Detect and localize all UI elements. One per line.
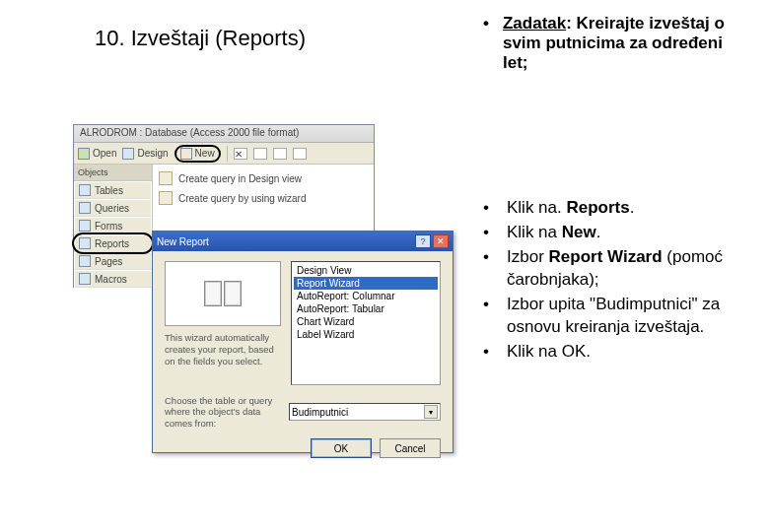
design-icon bbox=[122, 148, 134, 160]
open-label: Open bbox=[93, 148, 116, 159]
wizard-icon bbox=[159, 191, 173, 205]
bullet-dot: • bbox=[483, 246, 495, 292]
sidebar-item-pages[interactable]: Pages bbox=[74, 252, 152, 270]
wizard-description: This wizard automatically creates your r… bbox=[165, 332, 281, 367]
help-icon[interactable]: ? bbox=[415, 234, 431, 248]
wizard-icon bbox=[159, 171, 173, 185]
report-type-listbox[interactable]: Design ViewReport WizardAutoReport: Colu… bbox=[291, 261, 441, 385]
bullet-dot: • bbox=[483, 341, 495, 364]
step-text: Klik na OK. bbox=[507, 341, 759, 364]
chevron-down-icon[interactable]: ▾ bbox=[424, 405, 438, 419]
main-item-label: Create query by using wizard bbox=[178, 193, 307, 204]
report-type-option[interactable]: Report Wizard bbox=[294, 277, 438, 290]
report-type-option[interactable]: Chart Wizard bbox=[294, 315, 438, 328]
sidebar-item-label: Pages bbox=[95, 256, 122, 267]
report-type-option[interactable]: AutoReport: Columnar bbox=[294, 290, 438, 302]
cancel-button[interactable]: Cancel bbox=[380, 438, 441, 458]
close-icon[interactable]: ✕ bbox=[433, 234, 449, 248]
step-text: Izbor upita "Budimputnici" za osnovu kre… bbox=[507, 294, 759, 339]
ok-button[interactable]: OK bbox=[311, 438, 372, 458]
sidebar-item-label: Queries bbox=[95, 203, 129, 214]
dialog-title: New Report bbox=[157, 236, 209, 247]
objects-heading: Objects bbox=[74, 165, 152, 181]
step-item: •Klik na OK. bbox=[483, 341, 759, 364]
main-item-label: Create query in Design view bbox=[178, 173, 302, 184]
reports-icon bbox=[79, 237, 91, 249]
pages-icon bbox=[79, 255, 91, 267]
db-window-titlebar: ALRODROM : Database (Access 2000 file fo… bbox=[74, 125, 374, 143]
bullet-dot: • bbox=[483, 14, 489, 73]
slide-title: 10. Izveštaji (Reports) bbox=[95, 26, 306, 51]
bullet-dot: • bbox=[483, 197, 495, 220]
page-preview bbox=[224, 281, 242, 306]
report-type-option[interactable]: AutoReport: Tabular bbox=[294, 302, 438, 315]
source-combobox[interactable]: Budimputnici ▾ bbox=[289, 403, 441, 421]
queries-icon bbox=[79, 202, 91, 214]
new-report-dialog: New Report ? ✕ This wizard automatically… bbox=[152, 231, 454, 453]
bullet-dot: • bbox=[483, 294, 495, 339]
task-text: Zadatak: Kreirajte izveštaj o svim putni… bbox=[503, 14, 749, 73]
sidebar-item-label: Macros bbox=[95, 274, 127, 285]
objects-sidebar: Objects TablesQueriesFormsReportsPagesMa… bbox=[74, 165, 153, 287]
step-text: Klik na New. bbox=[507, 222, 759, 244]
steps-list: •Klik na. Reports.•Klik na New.•Izbor Re… bbox=[483, 197, 759, 366]
step-text: Izbor Report Wizard (pomoć čarobnjaka); bbox=[507, 246, 759, 292]
report-type-option[interactable]: Design View bbox=[294, 264, 438, 277]
step-text: Klik na. Reports. bbox=[507, 197, 759, 220]
sidebar-item-tables[interactable]: Tables bbox=[74, 181, 152, 199]
sidebar-item-label: Reports bbox=[95, 238, 129, 249]
task-label: Zadatak bbox=[503, 14, 566, 33]
create-design-view-item[interactable]: Create query in Design view bbox=[157, 168, 370, 188]
new-label: New bbox=[195, 147, 215, 161]
page-preview bbox=[204, 281, 222, 306]
sidebar-item-queries[interactable]: Queries bbox=[74, 199, 152, 217]
bullet-dot: • bbox=[483, 222, 495, 244]
sidebar-item-forms[interactable]: Forms bbox=[74, 217, 152, 234]
tables-icon bbox=[79, 184, 91, 196]
combo-value: Budimputnici bbox=[292, 407, 348, 418]
sidebar-item-label: Forms bbox=[95, 221, 122, 232]
source-label: Choose the table or query where the obje… bbox=[165, 395, 281, 429]
open-button[interactable]: Open bbox=[78, 148, 116, 160]
sidebar-item-label: Tables bbox=[95, 185, 123, 196]
step-item: •Izbor Report Wizard (pomoć čarobnjaka); bbox=[483, 246, 759, 292]
dialog-titlebar: New Report ? ✕ bbox=[153, 232, 453, 251]
delete-icon[interactable]: ✕ bbox=[234, 148, 247, 160]
toolbar-separator bbox=[227, 146, 228, 162]
db-toolbar: Open Design New ✕ bbox=[74, 143, 374, 165]
list-view-icon[interactable] bbox=[273, 148, 287, 160]
sidebar-item-macros[interactable]: Macros bbox=[74, 270, 152, 288]
step-item: •Izbor upita "Budimputnici" za osnovu kr… bbox=[483, 294, 759, 339]
preview-box bbox=[165, 261, 281, 326]
new-icon bbox=[180, 148, 192, 160]
sidebar-item-reports[interactable]: Reports bbox=[74, 234, 152, 252]
task-block: • Zadatak: Kreirajte izveštaj o svim put… bbox=[483, 14, 749, 73]
report-type-option[interactable]: Label Wizard bbox=[294, 328, 438, 341]
step-item: •Klik na. Reports. bbox=[483, 197, 759, 220]
design-label: Design bbox=[137, 148, 168, 159]
icons-view-icon[interactable] bbox=[253, 148, 267, 160]
macros-icon bbox=[79, 273, 91, 285]
open-icon bbox=[78, 148, 90, 160]
forms-icon bbox=[79, 220, 91, 232]
step-item: •Klik na New. bbox=[483, 222, 759, 244]
details-view-icon[interactable] bbox=[293, 148, 307, 160]
new-button[interactable]: New bbox=[175, 145, 221, 163]
create-wizard-item[interactable]: Create query by using wizard bbox=[157, 188, 370, 208]
design-button[interactable]: Design bbox=[122, 148, 168, 160]
